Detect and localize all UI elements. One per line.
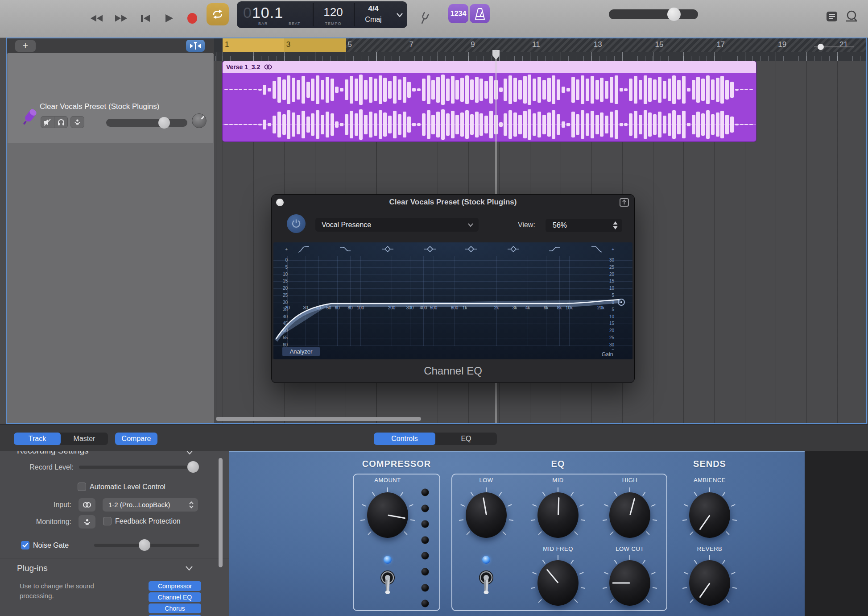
noise-gate-checkbox[interactable]: [21, 541, 29, 549]
waveform-bar: [576, 114, 579, 135]
knob-low-cut[interactable]: [599, 552, 661, 614]
plugin-slot-button[interactable]: Chorus: [149, 604, 201, 613]
monitoring-button[interactable]: [79, 515, 95, 529]
track-name[interactable]: Clear Vocals Preset (Stock Plugins): [40, 102, 159, 111]
pan-knob[interactable]: [192, 113, 207, 128]
preset-dropdown[interactable]: Vocal Presence: [315, 218, 479, 232]
chevron-down-icon[interactable]: [186, 566, 193, 570]
toggle-switch[interactable]: [375, 569, 400, 598]
waveform-bar: [629, 113, 632, 136]
eq-graph-display[interactable]: +051015202530354045505560− +302520151050…: [273, 242, 632, 359]
lcd-menu-chevron[interactable]: [393, 1, 407, 28]
record-button[interactable]: [182, 8, 203, 29]
view-stepper[interactable]: 56%: [546, 219, 622, 232]
waveform-bar: [253, 124, 257, 125]
count-in-button[interactable]: 1234: [448, 4, 468, 23]
input-monitoring-button[interactable]: [70, 116, 84, 128]
tab-controls[interactable]: Controls: [374, 433, 435, 445]
catch-playhead-button[interactable]: [186, 40, 205, 52]
knob-mid[interactable]: [527, 484, 589, 546]
knob-low[interactable]: [455, 484, 517, 546]
waveform-bar: [460, 112, 464, 137]
tab-track[interactable]: Track: [14, 433, 61, 445]
track-header[interactable]: Clear Vocals Preset (Stock Plugins): [8, 53, 213, 143]
cycle-region-a[interactable]: [223, 38, 284, 52]
stepper-icon[interactable]: [613, 221, 618, 229]
add-track-button[interactable]: +: [15, 40, 36, 52]
open-in-window-icon[interactable]: [620, 198, 629, 207]
tuner-icon[interactable]: [414, 8, 434, 29]
waveform-bar: [513, 78, 517, 102]
record-level-slider[interactable]: [79, 466, 197, 469]
lcd-tempo-label: TEMPO: [313, 21, 354, 26]
cycle-button[interactable]: [207, 3, 229, 25]
waveform-bar: [393, 111, 397, 138]
waveform-bar: [475, 112, 479, 137]
waveform-bar: [451, 76, 455, 103]
knob-high[interactable]: [599, 484, 661, 546]
horizontal-scrollbar[interactable]: [216, 417, 421, 421]
eq-gain-knob[interactable]: [618, 299, 625, 306]
cycle-region-b[interactable]: [284, 38, 346, 52]
record-level-handle[interactable]: [187, 461, 199, 473]
track-volume-handle[interactable]: [158, 117, 170, 129]
plugins-desc-2: processing.: [20, 592, 54, 599]
tab-eq[interactable]: EQ: [435, 433, 497, 445]
solo-button[interactable]: [54, 116, 68, 128]
knob-reverb[interactable]: [678, 552, 741, 614]
plugin-slot-button[interactable]: Compressor: [149, 581, 201, 591]
noise-gate-handle[interactable]: [139, 539, 150, 551]
plugins-header[interactable]: Plug-ins: [17, 563, 48, 573]
track-volume-slider[interactable]: [106, 119, 187, 127]
ruler-ticks[interactable]: [214, 52, 866, 61]
master-volume-handle[interactable]: [667, 8, 681, 21]
region-header[interactable]: Verse 1_3.2: [223, 61, 756, 73]
recording-settings-header[interactable]: Recording Settings: [17, 451, 89, 456]
compare-button[interactable]: Compare: [115, 433, 157, 445]
plugin-slot-button[interactable]: Channel EQ: [149, 592, 201, 602]
waveform-bar: [571, 112, 575, 137]
loop-browser-icon[interactable]: [841, 6, 862, 27]
mute-button[interactable]: [41, 116, 54, 128]
alc-checkbox[interactable]: [78, 483, 86, 491]
waveform-bar: [302, 76, 305, 103]
waveform-bar: [331, 79, 334, 101]
go-to-beginning-button[interactable]: [135, 8, 156, 29]
input-dropdown[interactable]: 1-2 (Pro...LoopBack): [103, 498, 198, 512]
knob-mid-freq[interactable]: [527, 552, 589, 614]
waveform-bar: [744, 124, 748, 125]
analyzer-button[interactable]: Analyzer: [282, 347, 320, 356]
waveform-bar: [297, 115, 300, 134]
audio-region[interactable]: Verse 1_3.2: [222, 61, 756, 142]
compressor-led: [422, 568, 429, 576]
waveform-bar: [499, 87, 503, 92]
play-button[interactable]: [159, 8, 179, 29]
notepad-icon[interactable]: [822, 6, 842, 27]
waveform-bar: [725, 115, 729, 134]
zoom-slider-handle[interactable]: [818, 44, 824, 50]
master-volume-slider[interactable]: [609, 9, 698, 19]
ruler[interactable]: 13579111315171921: [214, 38, 866, 52]
ruler-bar-number: 13: [594, 40, 602, 49]
feedback-protection-checkbox[interactable]: [103, 517, 112, 525]
toggle-switch[interactable]: [474, 569, 499, 598]
fast-forward-button[interactable]: [110, 8, 131, 29]
knob-amount[interactable]: [356, 484, 419, 546]
settings-scrollbar[interactable]: [219, 458, 223, 567]
input-format-button[interactable]: [79, 498, 95, 512]
rewind-button[interactable]: [87, 8, 107, 29]
plugin-window[interactable]: Clear Vocals Preset (Stock Plugins) Voca…: [271, 194, 635, 383]
section-chevron-icon[interactable]: [186, 451, 193, 454]
waveform-bar: [749, 124, 753, 125]
compressor-led: [422, 520, 429, 528]
waveform-bar: [615, 110, 618, 139]
waveform-bar: [417, 123, 421, 126]
tab-master[interactable]: Master: [61, 433, 108, 445]
lcd-display[interactable]: 010.1 BAR BEAT 120 TEMPO 4/4 Cmaj: [237, 1, 407, 28]
knob-ambience[interactable]: [678, 484, 741, 546]
view-value: 56%: [553, 221, 567, 229]
waveform-bar: [696, 112, 700, 137]
plugin-power-button[interactable]: [287, 214, 306, 233]
metronome-button[interactable]: [470, 4, 490, 23]
waveform-bar: [706, 75, 710, 104]
